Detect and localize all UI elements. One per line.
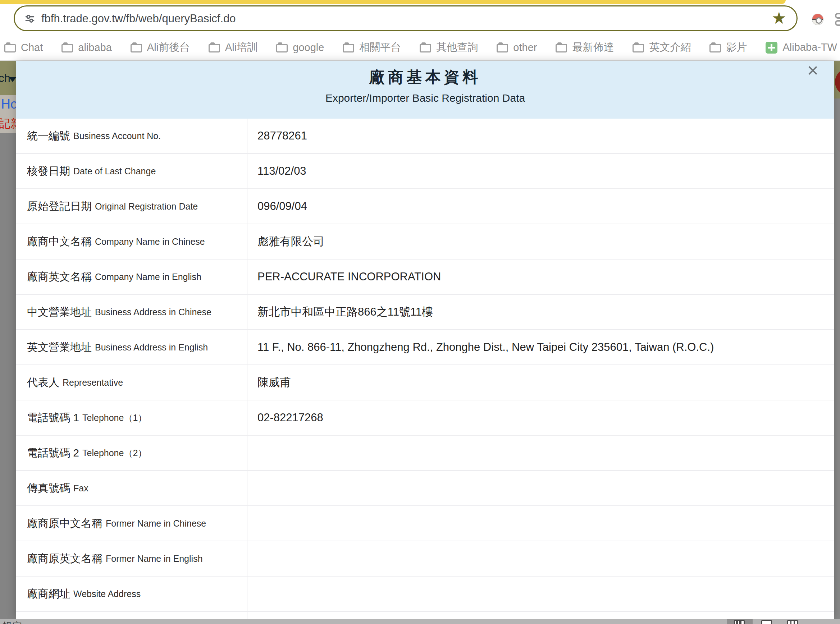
table-row: 電話號碼 1 Telephone（1） 02-82217268 bbox=[16, 400, 834, 436]
close-icon[interactable]: × bbox=[807, 60, 818, 80]
bookmark-item[interactable]: 最新佈達 bbox=[555, 40, 614, 55]
modal-title: 廠商基本資料 bbox=[16, 61, 834, 88]
row-label-chinese: 原始登記日期 bbox=[27, 199, 92, 214]
table-row: 核發日期 Date of Last Change 113/02/03 bbox=[16, 154, 834, 189]
row-label bbox=[16, 612, 248, 619]
background-dimmed-area-left bbox=[0, 133, 16, 619]
bookmark-item[interactable]: Chat bbox=[4, 42, 43, 54]
row-label-chinese: 統一編號 bbox=[27, 129, 70, 144]
row-label: 原始登記日期 Original Registration Date bbox=[16, 189, 248, 224]
bookmark-item[interactable]: 其他查詢 bbox=[420, 40, 478, 55]
folder-icon bbox=[555, 44, 567, 53]
bookmark-item[interactable]: Alibaba-TW 同行清... bbox=[766, 40, 840, 55]
modal-header: 廠商基本資料 Exporter/Importer Basic Registrat… bbox=[16, 61, 834, 119]
bookmark-item[interactable]: Ali前後台 bbox=[130, 40, 190, 55]
row-label-english: Representative bbox=[63, 377, 123, 388]
bookmark-item[interactable]: 影片 bbox=[710, 40, 747, 55]
bookmark-label: google bbox=[293, 42, 324, 54]
row-label-chinese: 傳真號碼 bbox=[27, 481, 70, 496]
row-label-chinese: 廠商原英文名稱 bbox=[27, 551, 102, 566]
background-dimmed-area-right bbox=[834, 99, 840, 619]
registration-table: 統一編號 Business Account No. 28778261 核發日期 … bbox=[16, 119, 834, 619]
row-value bbox=[248, 506, 834, 541]
bookmark-item[interactable]: Ali培訓 bbox=[209, 40, 257, 55]
table-row: 原始登記日期 Original Registration Date 096/09… bbox=[16, 189, 834, 224]
folder-icon bbox=[276, 44, 288, 53]
table-row: 廠商英文名稱 Company Name in English PER-ACCUR… bbox=[16, 259, 834, 295]
modal-subtitle: Exporter/Importer Basic Registration Dat… bbox=[16, 92, 834, 104]
site-settings-icon[interactable] bbox=[24, 13, 36, 25]
window-layout-icon[interactable] bbox=[761, 620, 772, 624]
background-page-left: ch Ho 記新 bbox=[0, 61, 16, 619]
bookmark-label: 英文介紹 bbox=[649, 40, 691, 55]
row-value bbox=[248, 541, 834, 576]
background-header-strip: ch bbox=[0, 61, 16, 95]
table-row: 中文營業地址 Business Address in Chinese 新北市中和… bbox=[16, 295, 834, 330]
table-row: 統一編號 Business Account No. 28778261 bbox=[16, 119, 834, 154]
row-value: 113/02/03 bbox=[248, 154, 834, 188]
row-label: 傳真號碼 Fax bbox=[16, 471, 248, 505]
bookmark-label: 最新佈達 bbox=[572, 40, 614, 55]
red-badge-icon bbox=[835, 68, 840, 96]
bookmark-label: alibaba bbox=[78, 42, 112, 54]
background-page-right bbox=[834, 61, 840, 619]
row-value: 新北市中和區中正路866之11號11樓 bbox=[248, 295, 834, 329]
row-label-chinese: 廠商原中文名稱 bbox=[27, 516, 102, 531]
pokeball-extension-icon[interactable] bbox=[812, 14, 823, 25]
bookmarks-bar: Chat alibaba Ali前後台 Ali培訓 bbox=[0, 34, 840, 60]
row-label-english: Company Name in Chinese bbox=[95, 236, 205, 247]
row-value bbox=[248, 576, 834, 611]
row-label-english: Former Name in Chinese bbox=[106, 518, 206, 529]
row-label-chinese: 廠商中文名稱 bbox=[27, 234, 92, 249]
row-label-chinese: 中文營業地址 bbox=[27, 305, 92, 320]
row-label-english: Company Name in English bbox=[95, 272, 201, 282]
row-label: 統一編號 Business Account No. bbox=[16, 119, 248, 153]
window-theme-bar bbox=[0, 0, 786, 4]
row-label: 英文營業地址 Business Address in English bbox=[16, 330, 248, 365]
row-value: 11 F., No. 866-11, Zhongzheng Rd., Zhong… bbox=[248, 330, 834, 365]
bookmark-item[interactable]: google bbox=[276, 42, 324, 54]
background-home-link[interactable]: Ho bbox=[1, 97, 16, 112]
columns-layout-icon[interactable] bbox=[787, 620, 798, 624]
bookmark-label: other bbox=[513, 42, 537, 54]
bookmark-label: Ali前後台 bbox=[147, 40, 190, 55]
row-label: 電話號碼 1 Telephone（1） bbox=[16, 400, 248, 435]
row-label: 廠商英文名稱 Company Name in English bbox=[16, 259, 248, 294]
row-value: PER-ACCURATE INCORPORATION bbox=[248, 259, 834, 294]
dropdown-caret-icon[interactable] bbox=[9, 77, 16, 86]
url-text[interactable]: fbfh.trade.gov.tw/fb/web/queryBasicf.do bbox=[41, 12, 236, 25]
folder-icon bbox=[633, 44, 644, 53]
row-label-english: Telephone（2） bbox=[82, 447, 147, 459]
table-row-partial bbox=[16, 612, 834, 619]
row-label-english: Original Registration Date bbox=[95, 201, 198, 212]
folder-icon bbox=[497, 44, 508, 53]
sheets-icon bbox=[766, 42, 777, 54]
bookmark-item[interactable]: alibaba bbox=[62, 42, 112, 54]
row-value: 28778261 bbox=[248, 119, 834, 153]
bottom-bar: 規定 bbox=[0, 619, 840, 624]
bookmark-label: Alibaba-TW 同行清... bbox=[783, 40, 840, 55]
row-label-english: Business Address in English bbox=[95, 342, 208, 353]
table-row: 代表人 Representative 陳威甫 bbox=[16, 365, 834, 400]
browser-window: fbfh.trade.gov.tw/fb/web/queryBasicf.do … bbox=[0, 0, 840, 624]
bookmark-item[interactable]: other bbox=[497, 42, 537, 54]
row-label-english: Website Address bbox=[73, 589, 141, 599]
folder-icon bbox=[343, 44, 354, 53]
row-label-chinese: 英文營業地址 bbox=[27, 340, 92, 355]
row-label-chinese: 電話號碼 2 bbox=[27, 446, 79, 460]
table-row: 廠商原英文名稱 Former Name in English bbox=[16, 541, 834, 576]
row-label-chinese: 電話號碼 1 bbox=[27, 411, 79, 425]
bookmark-item[interactable]: 英文介紹 bbox=[633, 40, 691, 55]
row-label: 核發日期 Date of Last Change bbox=[16, 154, 248, 188]
url-bar[interactable]: fbfh.trade.gov.tw/fb/web/queryBasicf.do … bbox=[14, 5, 798, 31]
row-label-english: Date of Last Change bbox=[73, 166, 156, 176]
table-row: 英文營業地址 Business Address in English 11 F.… bbox=[16, 330, 834, 365]
bookmark-star-icon[interactable]: ★ bbox=[772, 9, 786, 27]
bookmark-item[interactable]: 相關平台 bbox=[343, 40, 401, 55]
row-label-chinese: 核發日期 bbox=[27, 164, 70, 179]
grid-layout-icon[interactable] bbox=[734, 620, 745, 624]
background-subheader-strip: Ho 記新 bbox=[0, 95, 16, 133]
folder-icon bbox=[130, 44, 142, 53]
profile-icon[interactable] bbox=[835, 13, 840, 27]
bookmark-label: Ali培訓 bbox=[225, 40, 257, 55]
